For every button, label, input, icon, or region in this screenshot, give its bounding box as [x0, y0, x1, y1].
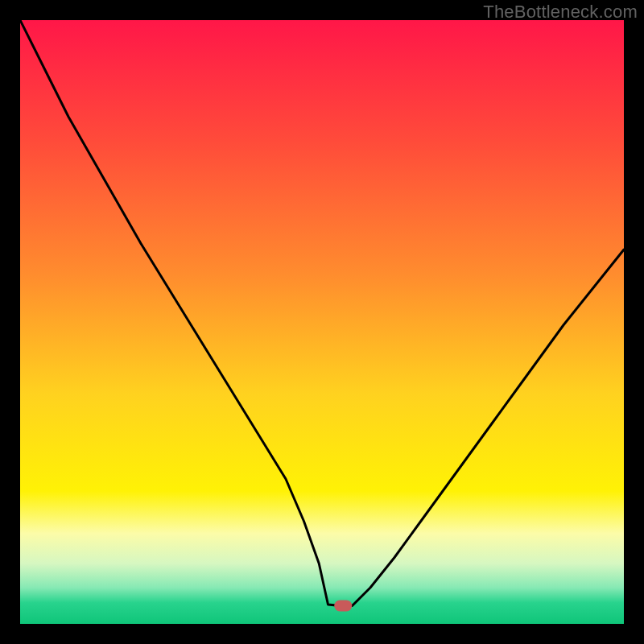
- chart-svg: [20, 20, 624, 624]
- plot-area: [20, 20, 624, 624]
- minimum-marker: [334, 601, 352, 612]
- gradient-background: [20, 20, 624, 624]
- chart-container: TheBottleneck.com: [0, 0, 644, 644]
